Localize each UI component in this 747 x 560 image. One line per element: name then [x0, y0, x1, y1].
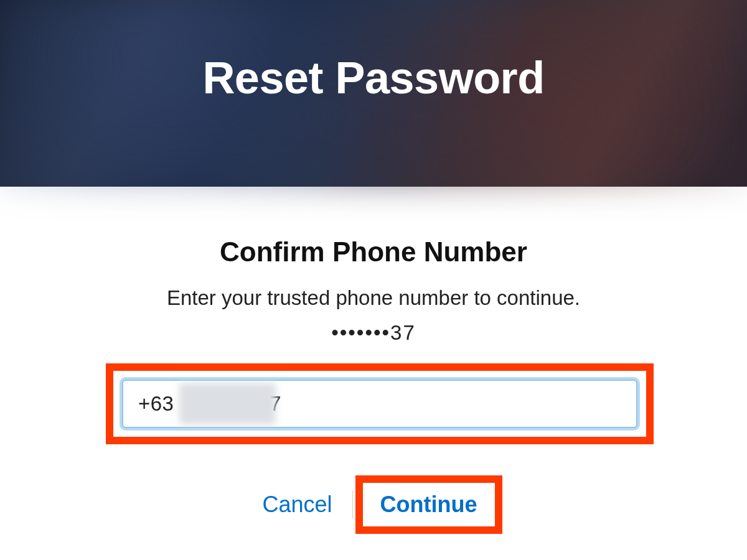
- masked-phone-hint: •••••••37: [106, 321, 641, 345]
- phone-input-highlight: [106, 363, 654, 444]
- action-divider: [352, 491, 353, 518]
- phone-input-container: [122, 380, 637, 428]
- header-banner: Reset Password: [0, 0, 747, 187]
- continue-button[interactable]: Continue: [367, 483, 491, 526]
- content-area: Confirm Phone Number Enter your trusted …: [0, 187, 747, 534]
- instruction-text: Enter your trusted phone number to conti…: [106, 286, 641, 310]
- cancel-button[interactable]: Cancel: [245, 483, 349, 526]
- action-row: Cancel Continue: [106, 475, 641, 534]
- page-title: Reset Password: [202, 52, 544, 103]
- section-subtitle: Confirm Phone Number: [106, 236, 641, 268]
- redacted-overlay: [179, 383, 276, 424]
- continue-button-highlight: Continue: [355, 475, 502, 534]
